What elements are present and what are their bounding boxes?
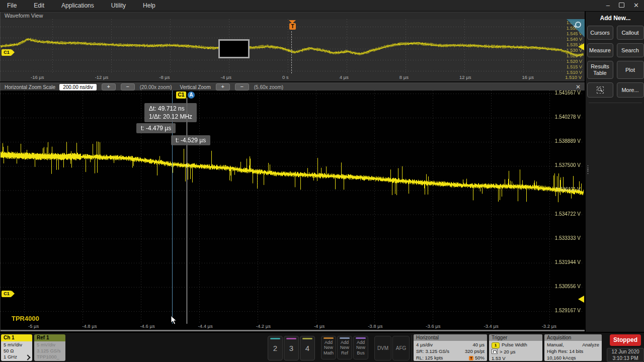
zoom-selection-box[interactable] [218, 39, 250, 58]
time-tick: 16 µs [522, 74, 534, 80]
time-tick: -4.6 µs [140, 323, 154, 329]
horizontal-zoom-scale-label: Horizontal Zoom Scale [5, 84, 55, 90]
add-new-ref-button[interactable]: Add New Ref [337, 336, 352, 359]
trigger-level: 1.53 V [492, 355, 540, 361]
acquisition-title: Acquisition [544, 334, 602, 341]
status-bar: Ch 1 5 mV/div 50 Ω 1 GHz Ref 1 5 mV/div … [0, 332, 644, 362]
trigger-position: T50% [469, 354, 485, 361]
time-tick: -8 µs [159, 74, 170, 80]
results-table-button[interactable]: Results Table [587, 61, 613, 79]
menu-item[interactable]: Edit [34, 2, 44, 9]
zoom-select-icon [597, 86, 604, 94]
measure-button[interactable]: Measure [587, 43, 613, 57]
trigger-source-badge: 1 [492, 342, 500, 348]
dvm-button[interactable]: DVM [374, 336, 391, 360]
channel1-name: Ch 1 [1, 334, 32, 341]
sidebar-divider [589, 103, 642, 103]
plot-button[interactable]: Plot [617, 61, 644, 79]
channel1-badge[interactable]: Ch 1 5 mV/div 50 Ω 1 GHz [1, 334, 32, 361]
hzoom-decrease-button[interactable]: − [121, 83, 135, 90]
cursor-channel-badge[interactable]: C1 [176, 92, 186, 99]
channel2-button[interactable]: 2 [268, 336, 283, 360]
volt-tick: 1.531944 V [555, 259, 581, 265]
acquisition-mode: Manual, [547, 341, 564, 348]
volt-tick: 1.510 V [567, 70, 582, 75]
menu-item[interactable]: Applications [61, 2, 94, 9]
vzoom-increase-button[interactable]: + [216, 83, 230, 90]
channel3-button[interactable]: 3 [284, 336, 299, 360]
menu-item[interactable]: Utility [111, 2, 126, 9]
search-button[interactable]: Search [617, 43, 644, 57]
volt-tick: 1.540 V [567, 37, 582, 42]
run-stop-status-button[interactable]: Stopped [610, 334, 641, 346]
menu-item[interactable]: File [7, 2, 17, 9]
time-tick: -4.8 µs [82, 323, 97, 329]
volt-tick: 1.541667 V [555, 90, 581, 96]
time-tick: 8 µs [399, 74, 409, 80]
zoom-scale-value[interactable]: 200.00 ns/div [59, 84, 97, 90]
time-tick: -3.4 µs [484, 323, 499, 329]
acquisition-resolution: High Res: 14 bits [547, 348, 599, 354]
mouse-pointer [171, 315, 178, 325]
more-button[interactable]: More... [617, 82, 644, 98]
vertical-zoom-label: Vertical Zoom [180, 84, 211, 90]
time-tick: -12 µs [95, 74, 109, 80]
trigger-position-line [291, 31, 292, 73]
channel1-marker-zoom[interactable]: C1 [2, 291, 12, 297]
ch1-impedance: 50 Ω [4, 348, 32, 354]
horizontal-panel[interactable]: Horizontal 4 µs/div 40 µs SR: 3.125 GS/s… [414, 334, 487, 361]
trigger-panel[interactable]: Trigger 1Pulse Width > 20 µs 1.53 V [489, 334, 542, 361]
inv-delta-t-value: 1/Δt: 20.12 MHz [149, 113, 192, 121]
cursor-a-badge[interactable]: A [188, 92, 195, 99]
hzoom-factor: (20.00x zoom) [140, 84, 172, 90]
acquisition-panel[interactable]: Acquisition Manual, Analyze High Res: 14… [544, 334, 602, 361]
view-title: Waveform View [5, 13, 43, 19]
acquisition-analyze: Analyze [582, 341, 599, 348]
volt-tick: 1.537500 V [555, 162, 581, 168]
cursor-b-line[interactable] [187, 98, 187, 324]
view-bottom-edge[interactable] [1, 330, 585, 331]
cursor-delta-readout: Δt: 49.712 ns 1/Δt: 20.12 MHz [144, 103, 197, 122]
ref1-badge[interactable]: Ref 1 5 mV/div 3.125 GS/s TPP1000_ [34, 334, 65, 361]
volt-tick: 1.540278 V [555, 114, 581, 120]
ref1-name: Ref 1 [34, 334, 65, 341]
time-tick: -4 µs [314, 323, 325, 329]
channel1-marker-overview[interactable]: C1 [2, 49, 12, 56]
add-new-math-button[interactable]: Add New Math [321, 336, 336, 359]
restore-icon [619, 3, 624, 8]
volt-tick: 1.529167 V [555, 308, 581, 313]
horizontal-title: Horizontal [414, 334, 487, 341]
minimize-button[interactable]: – [606, 0, 610, 11]
time-tick: -4.2 µs [256, 323, 271, 329]
zoom-waveform[interactable] [1, 90, 584, 322]
acquisition-count: 10,160 kAcqs [547, 354, 599, 361]
time-tick: -16 µs [31, 74, 44, 80]
panel-resize-handle[interactable]: ⋮⋮ [585, 166, 589, 177]
cursor-a-time-readout: t: -4.479 µs [136, 123, 176, 133]
volt-tick: 1.534722 V [555, 211, 581, 217]
vzoom-decrease-button[interactable]: − [235, 83, 249, 90]
close-button[interactable]: ✕ [633, 0, 639, 11]
volt-tick: 1.525 V [567, 54, 582, 58]
zoom-tool-button[interactable] [587, 82, 613, 98]
cursors-button[interactable]: Cursors [587, 26, 613, 40]
afg-button[interactable]: AFG [392, 336, 410, 360]
hzoom-increase-button[interactable]: + [102, 83, 116, 90]
zoom-time-axis: -5 µs-4.8 µs-4.6 µs-4.4 µs-4.2 µs-4 µs-3… [28, 322, 556, 329]
time-tick: -3.2 µs [542, 323, 556, 329]
restore-button[interactable] [619, 0, 624, 11]
horizontal-duration: 40 µs [473, 341, 485, 348]
pulse-width-icon [492, 349, 498, 354]
zoom-volt-axis: 1.541667 V1.540278 V1.538889 V1.537500 V… [555, 90, 581, 313]
add-new-bus-button[interactable]: Add New Bus [353, 336, 368, 359]
trigger-position-icon: T [469, 356, 473, 360]
trigger-condition: > 20 µs [500, 349, 516, 354]
channel4-button[interactable]: 4 [300, 336, 315, 360]
zoom-waveform-view: C1 A Δt: 49.712 ns 1/Δt: 20.12 MHz t: -4… [0, 90, 585, 331]
trigger-marker[interactable]: T [289, 23, 296, 30]
time-tick: 12 µs [459, 74, 471, 80]
time-tick: -4.4 µs [198, 323, 213, 329]
menu-item[interactable]: Help [143, 2, 155, 9]
volt-tick: 1.520 V [567, 59, 582, 64]
callout-button[interactable]: Callout [617, 26, 644, 40]
